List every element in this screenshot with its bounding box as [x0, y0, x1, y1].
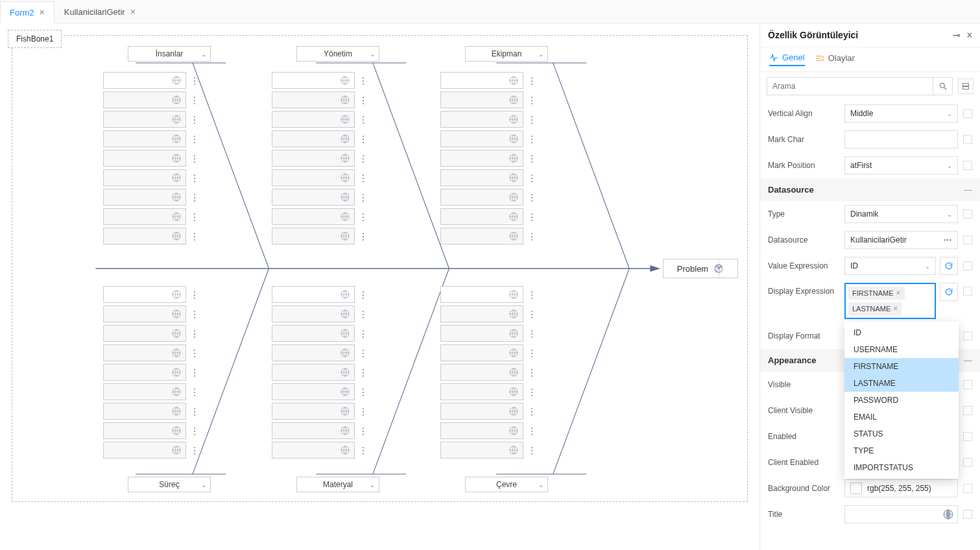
- kebab-menu-icon[interactable]: ⋯: [358, 368, 368, 377]
- kebab-menu-icon[interactable]: ⋯: [189, 349, 200, 357]
- value-expression-select[interactable]: ID⌄: [844, 257, 936, 275]
- prop-flag[interactable]: [963, 458, 972, 467]
- cause-input[interactable]: [440, 442, 523, 459]
- kebab-menu-icon[interactable]: ⋯: [189, 115, 200, 124]
- kebab-menu-icon[interactable]: ⋯: [189, 446, 200, 455]
- kebab-menu-icon[interactable]: ⋯: [527, 407, 537, 416]
- kebab-menu-icon[interactable]: ⋯: [189, 232, 200, 241]
- cause-input[interactable]: [103, 228, 186, 245]
- cause-input[interactable]: [103, 422, 186, 439]
- close-icon[interactable]: ×: [40, 7, 45, 18]
- cause-input[interactable]: [103, 325, 186, 342]
- cause-input[interactable]: [103, 208, 186, 225]
- datasource-input[interactable]: KullanicilariGetir···: [844, 231, 958, 249]
- design-canvas[interactable]: FishBone1: [0, 23, 759, 550]
- cause-input[interactable]: [103, 169, 186, 186]
- section-datasource[interactable]: Datasource—: [760, 178, 980, 201]
- prop-flag[interactable]: [963, 331, 972, 341]
- prop-flag[interactable]: [963, 484, 972, 493]
- prop-flag[interactable]: [963, 510, 972, 519]
- search-input[interactable]: [767, 78, 933, 95]
- cause-input[interactable]: [103, 286, 186, 303]
- cause-input[interactable]: [103, 403, 186, 420]
- prop-flag[interactable]: [963, 209, 972, 219]
- kebab-menu-icon[interactable]: ⋯: [358, 96, 368, 104]
- cause-input[interactable]: [440, 403, 523, 420]
- kebab-menu-icon[interactable]: ⋯: [527, 349, 537, 357]
- dropdown-option[interactable]: ID: [844, 324, 959, 341]
- kebab-menu-icon[interactable]: ⋯: [358, 77, 368, 85]
- cause-input[interactable]: [440, 286, 523, 303]
- cause-input[interactable]: [272, 422, 355, 439]
- cause-input[interactable]: [440, 111, 523, 128]
- background-color-input[interactable]: rgb(255, 255, 255): [844, 479, 958, 497]
- cause-input[interactable]: [440, 130, 523, 147]
- cause-input[interactable]: [103, 364, 186, 381]
- cause-input[interactable]: [272, 442, 355, 459]
- pin-icon[interactable]: ⊸: [953, 30, 961, 40]
- cause-input[interactable]: [272, 364, 355, 381]
- cause-input[interactable]: [272, 325, 355, 342]
- cause-input[interactable]: [272, 228, 355, 245]
- kebab-menu-icon[interactable]: ⋯: [358, 349, 368, 357]
- dropdown-option[interactable]: STATUS: [844, 425, 959, 442]
- kebab-menu-icon[interactable]: ⋯: [189, 388, 200, 396]
- kebab-menu-icon[interactable]: ⋯: [358, 310, 368, 318]
- kebab-menu-icon[interactable]: ⋯: [527, 310, 537, 318]
- cause-input[interactable]: [272, 208, 355, 225]
- search-button[interactable]: [933, 78, 952, 95]
- kebab-menu-icon[interactable]: ⋯: [527, 193, 537, 202]
- cause-input[interactable]: [103, 189, 186, 206]
- kebab-menu-icon[interactable]: ⋯: [189, 154, 200, 163]
- prop-flag[interactable]: [963, 161, 972, 170]
- cause-input[interactable]: [272, 305, 355, 322]
- cause-input[interactable]: [440, 72, 523, 89]
- category-dropdown-cevre[interactable]: Çevre⌄: [465, 477, 548, 492]
- mark-char-input[interactable]: [844, 130, 958, 149]
- kebab-menu-icon[interactable]: ⋯: [189, 213, 200, 221]
- cause-input[interactable]: [103, 383, 186, 400]
- problem-box[interactable]: Problem: [663, 259, 738, 278]
- prop-flag[interactable]: [963, 235, 972, 245]
- mark-position-select[interactable]: atFirst⌄: [844, 156, 958, 174]
- chip-remove-icon[interactable]: ×: [893, 304, 898, 313]
- kebab-menu-icon[interactable]: ⋯: [358, 446, 368, 455]
- translate-icon[interactable]: [942, 508, 954, 520]
- close-icon[interactable]: ×: [130, 6, 136, 17]
- category-dropdown-ekipman[interactable]: Ekipman⌄: [465, 46, 548, 62]
- dropdown-option[interactable]: FIRSTNAME: [844, 358, 959, 375]
- kebab-menu-icon[interactable]: ⋯: [358, 232, 368, 241]
- chip-remove-icon[interactable]: ×: [896, 289, 901, 298]
- cause-input[interactable]: [103, 91, 186, 108]
- cause-input[interactable]: [272, 344, 355, 361]
- kebab-menu-icon[interactable]: ⋯: [527, 77, 537, 85]
- kebab-menu-icon[interactable]: ⋯: [527, 135, 537, 143]
- ellipsis-button[interactable]: ···: [944, 235, 952, 245]
- category-dropdown-insanlar[interactable]: İnsanlar⌄: [128, 46, 211, 62]
- dropdown-option[interactable]: IMPORTSTATUS: [844, 459, 959, 476]
- kebab-menu-icon[interactable]: ⋯: [189, 310, 200, 318]
- prop-flag[interactable]: [963, 380, 972, 389]
- tab-general[interactable]: Genel: [769, 53, 805, 66]
- kebab-menu-icon[interactable]: ⋯: [527, 291, 537, 299]
- category-dropdown-yonetim[interactable]: Yönetim⌄: [296, 46, 379, 62]
- dropdown-option[interactable]: TYPE: [844, 442, 959, 459]
- kebab-menu-icon[interactable]: ⋯: [358, 135, 368, 143]
- display-expression-multiselect[interactable]: FIRSTNAME×LASTNAME×: [844, 283, 936, 319]
- kebab-menu-icon[interactable]: ⋯: [189, 193, 200, 202]
- cause-input[interactable]: [103, 72, 186, 89]
- type-select[interactable]: Dinamik⌄: [844, 205, 958, 223]
- cause-input[interactable]: [272, 111, 355, 128]
- cause-input[interactable]: [272, 150, 355, 167]
- category-dropdown-surec[interactable]: Süreç⌄: [128, 477, 211, 492]
- tab-events[interactable]: Olaylar: [815, 53, 855, 66]
- kebab-menu-icon[interactable]: ⋯: [189, 329, 200, 338]
- cause-input[interactable]: [272, 169, 355, 186]
- dropdown-option[interactable]: PASSWORD: [844, 392, 959, 409]
- kebab-menu-icon[interactable]: ⋯: [358, 329, 368, 338]
- kebab-menu-icon[interactable]: ⋯: [358, 174, 368, 182]
- prop-flag[interactable]: [963, 261, 972, 270]
- kebab-menu-icon[interactable]: ⋯: [358, 115, 368, 124]
- tab-kullanicilarigetir[interactable]: KullanicilariGetir ×: [54, 1, 145, 23]
- collapse-all-button[interactable]: [958, 78, 974, 94]
